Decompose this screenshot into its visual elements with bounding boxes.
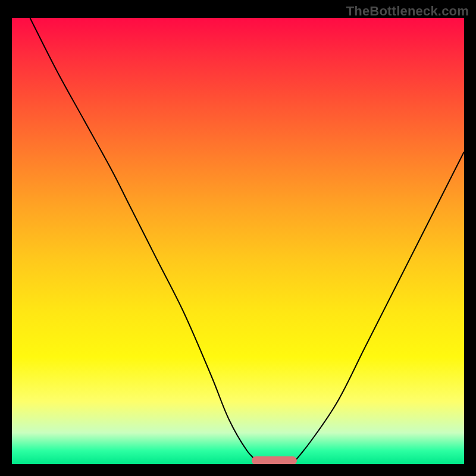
chart-frame: TheBottleneck.com <box>0 0 476 476</box>
plot-area <box>12 18 464 464</box>
curve-left <box>30 18 261 464</box>
bottleneck-curve <box>12 18 464 464</box>
watermark-text: TheBottleneck.com <box>346 4 469 19</box>
curve-right <box>292 152 464 464</box>
optimum-marker <box>252 456 297 464</box>
